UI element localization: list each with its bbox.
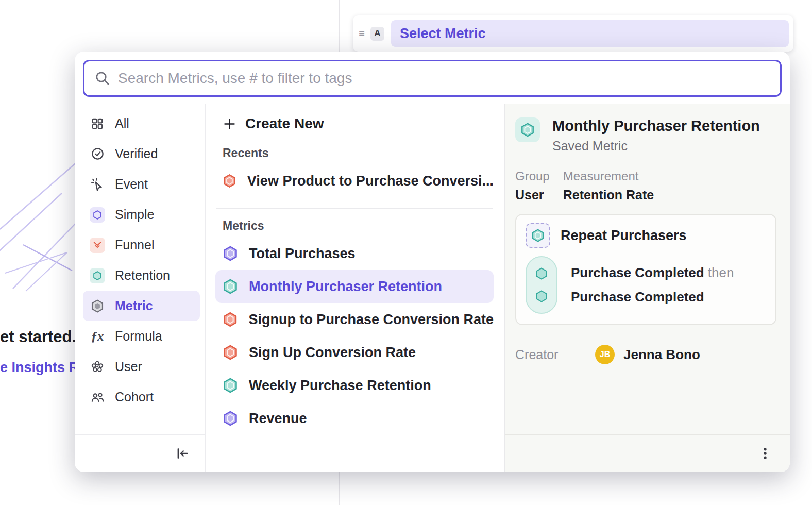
metric-item-label: Weekly Purchase Retention — [249, 378, 431, 394]
metric-picker-modal: All Verified — [75, 52, 790, 472]
hexagon-orange-icon — [223, 173, 236, 189]
search-bar — [83, 60, 782, 97]
sidebar-item-formula[interactable]: ƒx Formula — [83, 321, 200, 351]
background-link-fragment[interactable]: e Insights Re — [0, 360, 87, 376]
hexagon-teal-icon — [90, 268, 105, 283]
create-new-button[interactable]: Create New — [215, 108, 494, 136]
recent-item[interactable]: View Product to Purchase Conversi... — [215, 164, 494, 197]
metric-item-label: Total Purchases — [249, 246, 356, 262]
collapse-sidebar-button[interactable] — [175, 446, 190, 461]
plus-icon — [223, 117, 236, 131]
metric-list-item[interactable]: Weekly Purchase Retention — [215, 369, 494, 402]
sidebar-item-label: Verified — [115, 146, 158, 161]
sidebar-item-label: Event — [115, 177, 148, 192]
sidebar-item-label: Cohort — [115, 390, 154, 405]
steps-pill — [526, 256, 557, 314]
sidebar-item-event[interactable]: Event — [83, 169, 200, 199]
creator-label: Creator — [515, 347, 595, 362]
metric-definition-card: Repeat Purchasers Purchase Comp — [515, 214, 776, 325]
metric-list-column: Create New Recents View Product to Purch… — [206, 104, 504, 472]
recent-item-label: View Product to Purchase Conversi... — [247, 173, 494, 189]
metric-letter-badge: A — [370, 27, 384, 41]
measurement-value: Retention Rate — [563, 188, 654, 203]
metric-item-label: Monthly Purchaser Retention — [249, 279, 442, 295]
card-title: Repeat Purchasers — [561, 228, 687, 244]
detail-header: Monthly Purchaser Retention Saved Metric — [515, 117, 776, 154]
background-heading-fragment: et started. — [0, 328, 76, 346]
step-2: Purchase Completed — [571, 289, 734, 305]
create-new-label: Create New — [245, 115, 324, 132]
hexagon-purple-icon — [90, 207, 105, 223]
retention-step-icon — [526, 223, 550, 248]
sidebar-item-label: Funnel — [115, 238, 154, 252]
sidebar-item-metric[interactable]: Metric — [83, 291, 200, 321]
recents-header: Recents — [223, 146, 494, 160]
creator-name: Jenna Bono — [623, 347, 700, 363]
sidebar-footer — [75, 434, 205, 472]
drag-handle-icon[interactable]: ≡ — [356, 28, 367, 40]
sidebar-item-user[interactable]: User — [83, 351, 200, 382]
detail-title: Monthly Purchaser Retention — [552, 117, 760, 134]
hexagon-teal-icon — [223, 378, 238, 393]
sidebar-item-label: Retention — [115, 268, 170, 283]
metric-list-item[interactable]: Sign Up Conversion Rate — [215, 336, 494, 369]
select-metric-button[interactable]: Select Metric — [391, 20, 789, 47]
kebab-menu-icon — [758, 446, 772, 461]
hexagon-teal-icon — [535, 267, 548, 280]
hexagon-gray-icon — [90, 298, 105, 314]
grid-icon — [90, 116, 105, 131]
sidebar-item-label: Formula — [115, 329, 162, 344]
measurement-field: Measurement Retention Rate — [563, 169, 654, 203]
cohort-people-icon — [90, 390, 105, 405]
formula-fx-icon: ƒx — [90, 329, 105, 344]
sidebar-item-label: All — [115, 116, 129, 131]
sidebar-item-funnel[interactable]: Funnel — [83, 230, 200, 260]
sidebar-item-label: User — [115, 359, 142, 374]
detail-fields: Group User Measurement Retention Rate — [515, 169, 776, 203]
funnel-icon — [90, 238, 105, 253]
search-icon — [95, 71, 110, 86]
hexagon-teal-icon — [515, 117, 540, 142]
user-flower-icon — [90, 359, 105, 375]
metric-detail-pane: Monthly Purchaser Retention Saved Metric… — [504, 104, 790, 472]
metrics-header: Metrics — [223, 219, 494, 233]
retention-steps: Purchase Completed then Purchase Complet… — [526, 256, 766, 314]
sidebar-item-label: Simple — [115, 207, 154, 222]
metric-list-item-selected[interactable]: Monthly Purchaser Retention — [215, 270, 494, 303]
group-label: Group — [515, 169, 550, 183]
select-metric-label: Select Metric — [400, 26, 486, 42]
metric-item-label: Revenue — [249, 411, 307, 427]
sidebar-item-cohort[interactable]: Cohort — [83, 382, 200, 412]
sidebar-item-label: Metric — [115, 298, 153, 313]
modal-content: All Verified — [75, 104, 790, 472]
hexagon-orange-icon — [223, 312, 238, 327]
event-cursor-icon — [90, 177, 105, 192]
more-options-button[interactable] — [758, 446, 772, 461]
metric-item-label: Signup to Purchase Conversion Rate — [248, 312, 494, 328]
metric-item-label: Sign Up Conversion Rate — [249, 345, 416, 361]
sidebar-item-verified[interactable]: Verified — [83, 139, 200, 169]
sidebar-item-simple[interactable]: Simple — [83, 199, 200, 230]
collapse-left-icon — [175, 446, 190, 461]
metric-list-item[interactable]: Signup to Purchase Conversion Rate — [215, 303, 494, 336]
sidebar-item-all[interactable]: All — [83, 108, 200, 139]
metric-list-item[interactable]: Total Purchases — [215, 237, 494, 270]
hexagon-teal-icon — [223, 279, 238, 294]
filter-sidebar: All Verified — [75, 104, 206, 472]
verified-icon — [90, 146, 105, 162]
list-divider — [216, 208, 493, 209]
measurement-label: Measurement — [563, 169, 654, 183]
sidebar-item-retention[interactable]: Retention — [83, 260, 200, 291]
creator-avatar: JB — [595, 345, 615, 364]
step-1: Purchase Completed then — [571, 265, 734, 281]
metric-list-item[interactable]: Revenue — [215, 402, 494, 435]
group-value: User — [515, 188, 550, 203]
group-field: Group User — [515, 169, 550, 203]
hexagon-purple-icon — [223, 246, 238, 261]
hexagon-purple-icon — [223, 411, 238, 426]
hexagon-teal-icon — [535, 290, 548, 302]
detail-subtitle: Saved Metric — [552, 139, 760, 154]
hexagon-orange-icon — [223, 345, 238, 360]
search-input[interactable] — [118, 70, 770, 87]
detail-footer — [505, 434, 790, 472]
